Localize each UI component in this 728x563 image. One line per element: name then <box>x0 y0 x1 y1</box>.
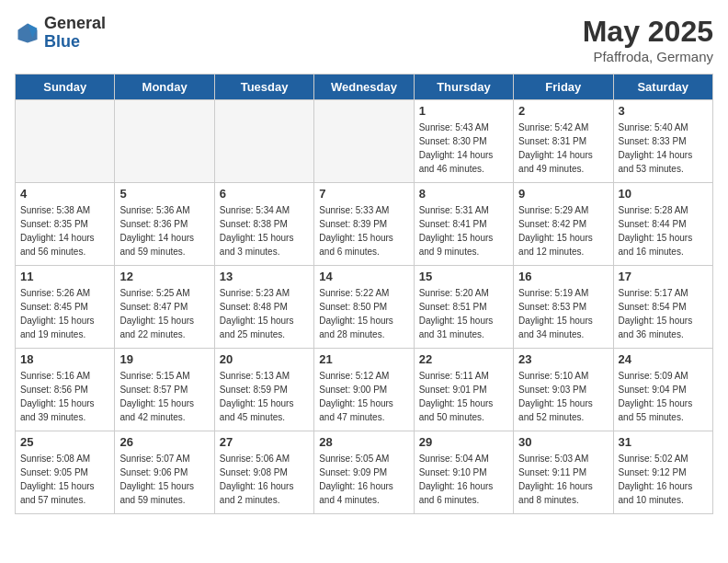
table-row: 3Sunrise: 5:40 AMSunset: 8:33 PMDaylight… <box>613 100 712 183</box>
table-row: 31Sunrise: 5:02 AMSunset: 9:12 PMDayligh… <box>613 431 712 514</box>
table-row: 10Sunrise: 5:28 AMSunset: 8:44 PMDayligh… <box>613 183 712 266</box>
day-info: Sunrise: 5:09 AMSunset: 9:04 PMDaylight:… <box>619 369 708 424</box>
table-row: 12Sunrise: 5:25 AMSunset: 8:47 PMDayligh… <box>115 266 214 349</box>
calendar-week-row: 1Sunrise: 5:43 AMSunset: 8:30 PMDaylight… <box>16 100 713 183</box>
day-info: Sunrise: 5:29 AMSunset: 8:42 PMDaylight:… <box>518 203 608 259</box>
table-row: 23Sunrise: 5:10 AMSunset: 9:03 PMDayligh… <box>514 349 613 431</box>
table-row: 22Sunrise: 5:11 AMSunset: 9:01 PMDayligh… <box>414 349 513 431</box>
logo: General Blue <box>15 15 106 52</box>
day-number: 12 <box>119 270 209 283</box>
day-info: Sunrise: 5:40 AMSunset: 8:33 PMDaylight:… <box>619 121 708 176</box>
day-number: 6 <box>220 187 309 201</box>
page-header: General Blue May 2025 Pfaffroda, Germany <box>15 15 713 64</box>
table-row: 14Sunrise: 5:22 AMSunset: 8:50 PMDayligh… <box>314 266 414 349</box>
table-row: 25Sunrise: 5:08 AMSunset: 9:05 PMDayligh… <box>16 431 115 514</box>
day-info: Sunrise: 5:11 AMSunset: 9:01 PMDaylight:… <box>419 369 508 424</box>
day-info: Sunrise: 5:23 AMSunset: 8:48 PMDaylight:… <box>220 286 309 341</box>
day-number: 17 <box>619 270 708 283</box>
day-number: 27 <box>220 435 309 449</box>
weekday-header-row: Sunday Monday Tuesday Wednesday Thursday… <box>16 75 713 100</box>
table-row: 6Sunrise: 5:34 AMSunset: 8:38 PMDaylight… <box>214 183 313 266</box>
table-row: 19Sunrise: 5:15 AMSunset: 8:57 PMDayligh… <box>115 349 214 431</box>
calendar-location: Pfaffroda, Germany <box>583 49 713 64</box>
day-number: 22 <box>419 352 508 366</box>
table-row: 13Sunrise: 5:23 AMSunset: 8:48 PMDayligh… <box>214 266 313 349</box>
day-info: Sunrise: 5:33 AMSunset: 8:39 PMDaylight:… <box>319 203 408 259</box>
weekday-saturday: Saturday <box>613 75 712 100</box>
title-block: May 2025 Pfaffroda, Germany <box>583 15 713 64</box>
table-row <box>314 100 414 183</box>
table-row: 27Sunrise: 5:06 AMSunset: 9:08 PMDayligh… <box>214 431 313 514</box>
calendar-title: May 2025 <box>583 15 713 49</box>
day-info: Sunrise: 5:25 AMSunset: 8:47 PMDaylight:… <box>119 286 209 341</box>
logo-general-text: General <box>44 14 106 32</box>
table-row: 26Sunrise: 5:07 AMSunset: 9:06 PMDayligh… <box>115 431 214 514</box>
day-info: Sunrise: 5:07 AMSunset: 9:06 PMDaylight:… <box>119 452 209 507</box>
day-number: 9 <box>518 187 608 201</box>
day-info: Sunrise: 5:16 AMSunset: 8:56 PMDaylight:… <box>20 369 109 424</box>
table-row <box>16 100 115 183</box>
day-number: 23 <box>518 352 608 366</box>
day-info: Sunrise: 5:43 AMSunset: 8:30 PMDaylight:… <box>419 121 508 176</box>
table-row: 21Sunrise: 5:12 AMSunset: 9:00 PMDayligh… <box>314 349 414 431</box>
weekday-sunday: Sunday <box>16 75 115 100</box>
table-row: 5Sunrise: 5:36 AMSunset: 8:36 PMDaylight… <box>115 183 214 266</box>
day-number: 29 <box>419 435 508 449</box>
day-number: 15 <box>419 270 508 283</box>
table-row: 1Sunrise: 5:43 AMSunset: 8:30 PMDaylight… <box>414 100 513 183</box>
day-number: 4 <box>20 187 109 201</box>
weekday-friday: Friday <box>514 75 613 100</box>
day-number: 20 <box>220 352 309 366</box>
logo-icon <box>15 20 40 46</box>
day-number: 7 <box>319 187 408 201</box>
table-row: 28Sunrise: 5:05 AMSunset: 9:09 PMDayligh… <box>314 431 414 514</box>
table-row: 24Sunrise: 5:09 AMSunset: 9:04 PMDayligh… <box>613 349 712 431</box>
day-info: Sunrise: 5:26 AMSunset: 8:45 PMDaylight:… <box>20 286 109 341</box>
day-info: Sunrise: 5:36 AMSunset: 8:36 PMDaylight:… <box>119 203 209 259</box>
weekday-thursday: Thursday <box>414 75 513 100</box>
day-number: 14 <box>319 270 408 283</box>
table-row: 11Sunrise: 5:26 AMSunset: 8:45 PMDayligh… <box>16 266 115 349</box>
day-info: Sunrise: 5:13 AMSunset: 8:59 PMDaylight:… <box>220 369 309 424</box>
day-number: 2 <box>518 104 608 118</box>
day-number: 30 <box>518 435 608 449</box>
table-row: 2Sunrise: 5:42 AMSunset: 8:31 PMDaylight… <box>514 100 613 183</box>
day-number: 28 <box>319 435 408 449</box>
calendar-table: Sunday Monday Tuesday Wednesday Thursday… <box>15 74 713 514</box>
day-info: Sunrise: 5:04 AMSunset: 9:10 PMDaylight:… <box>419 452 508 507</box>
day-info: Sunrise: 5:34 AMSunset: 8:38 PMDaylight:… <box>220 203 309 259</box>
calendar-week-row: 4Sunrise: 5:38 AMSunset: 8:35 PMDaylight… <box>16 183 713 266</box>
table-row: 8Sunrise: 5:31 AMSunset: 8:41 PMDaylight… <box>414 183 513 266</box>
day-number: 3 <box>619 104 708 118</box>
day-info: Sunrise: 5:28 AMSunset: 8:44 PMDaylight:… <box>619 203 708 259</box>
table-row <box>214 100 313 183</box>
day-number: 21 <box>319 352 408 366</box>
table-row: 20Sunrise: 5:13 AMSunset: 8:59 PMDayligh… <box>214 349 313 431</box>
weekday-wednesday: Wednesday <box>314 75 414 100</box>
day-info: Sunrise: 5:02 AMSunset: 9:12 PMDaylight:… <box>619 452 708 507</box>
weekday-tuesday: Tuesday <box>214 75 313 100</box>
table-row <box>115 100 214 183</box>
day-info: Sunrise: 5:08 AMSunset: 9:05 PMDaylight:… <box>20 452 109 507</box>
day-number: 1 <box>419 104 508 118</box>
day-info: Sunrise: 5:20 AMSunset: 8:51 PMDaylight:… <box>419 286 508 341</box>
day-info: Sunrise: 5:38 AMSunset: 8:35 PMDaylight:… <box>20 203 109 259</box>
day-info: Sunrise: 5:06 AMSunset: 9:08 PMDaylight:… <box>220 452 309 507</box>
calendar-week-row: 18Sunrise: 5:16 AMSunset: 8:56 PMDayligh… <box>16 349 713 431</box>
day-info: Sunrise: 5:15 AMSunset: 8:57 PMDaylight:… <box>119 369 209 424</box>
day-number: 26 <box>119 435 209 449</box>
day-number: 19 <box>119 352 209 366</box>
table-row: 15Sunrise: 5:20 AMSunset: 8:51 PMDayligh… <box>414 266 513 349</box>
day-number: 18 <box>20 352 109 366</box>
table-row: 7Sunrise: 5:33 AMSunset: 8:39 PMDaylight… <box>314 183 414 266</box>
day-info: Sunrise: 5:03 AMSunset: 9:11 PMDaylight:… <box>518 452 608 507</box>
calendar-week-row: 25Sunrise: 5:08 AMSunset: 9:05 PMDayligh… <box>16 431 713 514</box>
day-number: 10 <box>619 187 708 201</box>
weekday-monday: Monday <box>115 75 214 100</box>
day-info: Sunrise: 5:17 AMSunset: 8:54 PMDaylight:… <box>619 286 708 341</box>
day-info: Sunrise: 5:19 AMSunset: 8:53 PMDaylight:… <box>518 286 608 341</box>
table-row: 16Sunrise: 5:19 AMSunset: 8:53 PMDayligh… <box>514 266 613 349</box>
table-row: 17Sunrise: 5:17 AMSunset: 8:54 PMDayligh… <box>613 266 712 349</box>
table-row: 30Sunrise: 5:03 AMSunset: 9:11 PMDayligh… <box>514 431 613 514</box>
calendar-week-row: 11Sunrise: 5:26 AMSunset: 8:45 PMDayligh… <box>16 266 713 349</box>
